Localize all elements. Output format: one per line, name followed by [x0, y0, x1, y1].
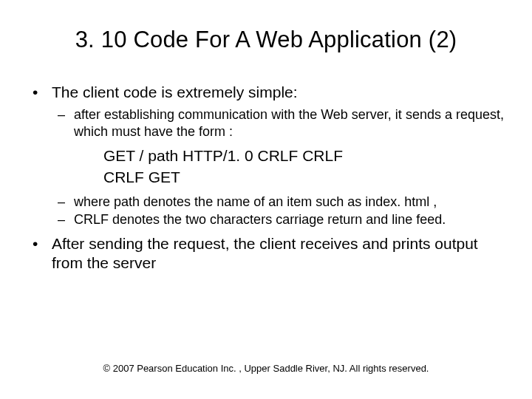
code-line: GET / path HTTP/1. 0 CRLF CRLF — [103, 146, 510, 166]
bullet-list-level2: after establishing communication with th… — [52, 106, 510, 140]
sub-bullet-text: CRLF denotes the two characters carriage… — [74, 212, 446, 227]
sub-bullet-item: where path denotes the name of an item s… — [52, 194, 510, 211]
slide-content: The client code is extremely simple: aft… — [0, 61, 532, 273]
slide: 3. 10 Code For A Web Application (2) The… — [0, 0, 532, 399]
sub-bullet-item: CRLF denotes the two characters carriage… — [52, 211, 510, 228]
bullet-list-level2: where path denotes the name of an item s… — [52, 194, 510, 228]
slide-title: 3. 10 Code For A Web Application (2) — [0, 0, 532, 61]
code-block: GET / path HTTP/1. 0 CRLF CRLF CRLF GET — [103, 146, 510, 188]
copyright-footer: © 2007 Pearson Education Inc. , Upper Sa… — [0, 363, 532, 374]
bullet-list-level1: The client code is extremely simple: aft… — [22, 83, 510, 273]
bullet-text: After sending the request, the client re… — [52, 235, 478, 271]
code-line: CRLF GET — [103, 167, 510, 188]
sub-bullet-item: after establishing communication with th… — [52, 106, 510, 140]
bullet-text: The client code is extremely simple: — [52, 83, 298, 100]
sub-bullet-text: where path denotes the name of an item s… — [74, 194, 437, 209]
bullet-item: After sending the request, the client re… — [22, 234, 510, 273]
sub-bullet-text: after establishing communication with th… — [74, 107, 504, 139]
bullet-item: The client code is extremely simple: aft… — [22, 83, 510, 228]
